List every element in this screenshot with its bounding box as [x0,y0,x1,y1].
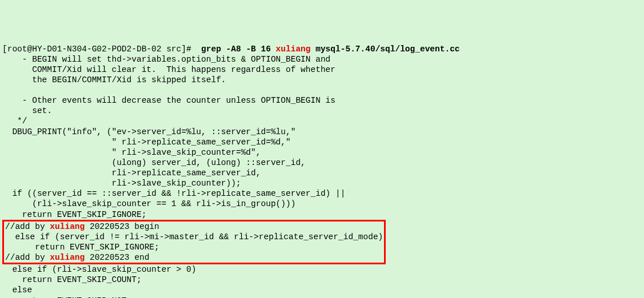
code-line: return EVENT_SKIP_IGNORE; [2,210,146,219]
code-line: DBUG_PRINT("info", ("ev->server_id=%lu, … [2,127,295,136]
grep-match: xuliang [50,253,85,262]
code-line: rli->slave_skip_counter)); [2,179,241,188]
terminal-output: [root@HY-D01-N304-G02-POD2-DB-02 src]# g… [2,44,642,299]
code-line: return EVENT_SKIP_IGNORE; [5,243,159,252]
shell-prompt: [root@HY-D01-N304-G02-POD2-DB-02 src]# [2,45,201,54]
code-line: else if (server_id != rli->mi->master_id… [5,232,383,241]
grep-match: xuliang [50,222,85,231]
code-line: return EVENT_SKIP_COUNT; [2,275,142,284]
code-line: - Other events will decrease the counter… [2,96,335,105]
code-line: rli->replicate_same_server_id, [2,168,261,178]
code-line: else if (rli->slave_skip_counter > 0) [2,265,196,274]
code-line: the BEGIN/COMMIT/Xid is skipped itself. [2,75,226,84]
code-line: COMMIT/Xid will clear it. This happens r… [2,65,335,74]
code-line: 20220523 end [85,253,149,262]
code-line: - BEGIN will set thd->variables.option_b… [2,55,330,64]
code-line: if ((server_id == ::server_id && !rli->r… [2,189,345,198]
code-line: else [2,285,32,295]
code-line: */ [2,116,27,126]
grep-keyword: xuliang [276,45,311,54]
code-line: //add by [5,253,50,262]
code-line: //add by [5,222,50,231]
code-line: (ulong) server_id, (ulong) ::server_id, [2,158,306,167]
command-text: grep -A8 -B 16 [201,45,276,54]
highlighted-code-block: //add by xuliang 20220523 begin else if … [2,220,386,265]
code-line: set. [2,106,52,115]
command-file: mysql-5.7.40/sql/log_event.cc [311,45,460,54]
code-line: return EVENT_SKIP_NOT; [2,296,131,299]
code-line: " rli->slave_skip_counter=%d", [2,148,261,157]
code-line: " rli->replicate_same_server_id=%d," [2,138,291,147]
code-line: 20220523 begin [85,222,159,231]
code-line: (rli->slave_skip_counter == 1 && rli->is… [2,199,295,208]
